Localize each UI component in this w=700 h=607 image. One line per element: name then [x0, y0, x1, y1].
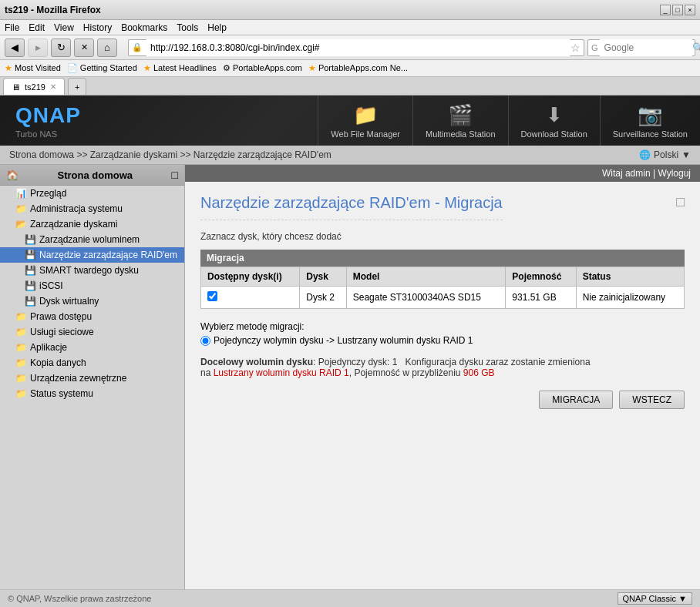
- sidebar-item-przeglad[interactable]: 📊 Przegląd: [0, 186, 184, 201]
- sidebar-item-raid[interactable]: 💾 Narzędzie zarządzające RAID'em: [0, 247, 184, 263]
- migration-radio-input[interactable]: [200, 336, 210, 346]
- migration-radio-label[interactable]: Pojedynczy wolуmin dysku -> Lustrzany wo…: [200, 335, 685, 346]
- portableapps-ne-icon: ★: [308, 63, 316, 72]
- col-dysk: Dysk: [300, 267, 347, 287]
- col-pojemnosc: Pojemność: [506, 267, 576, 287]
- menu-tools[interactable]: Tools: [177, 22, 198, 33]
- window-controls[interactable]: _ □ ×: [660, 5, 695, 15]
- lang-icon: 🌐: [639, 149, 651, 160]
- btn-row: MIGRACJA WSTECZ: [200, 391, 685, 409]
- row-disk: Dysk 2: [300, 287, 347, 309]
- sidebar-item-urzadzenia[interactable]: 📁 Urządzenia zewnętrzne: [0, 371, 184, 386]
- sidebar-item-prawa-dostepu[interactable]: 📁 Prawa dostępu: [0, 309, 184, 324]
- back-button[interactable]: WSTECZ: [619, 391, 685, 409]
- nav-multimedia-station[interactable]: 🎬 Multimedia Station: [412, 96, 508, 146]
- new-tab-button[interactable]: +: [68, 78, 86, 95]
- classic-button[interactable]: QNAP Classic ▼: [618, 592, 692, 605]
- menu-file[interactable]: File: [5, 22, 19, 33]
- download-icon: ⬇: [546, 103, 563, 127]
- bookmark-getting-started[interactable]: 📄 Getting Started: [67, 63, 137, 73]
- bookmark-latest-headlines[interactable]: ★ Latest Headlines: [143, 63, 217, 73]
- sidebar-collapse-icon[interactable]: □: [172, 169, 178, 181]
- search-input[interactable]: [600, 39, 692, 56]
- sidebar-item-kopia-danych[interactable]: 📁 Kopia danych: [0, 355, 184, 371]
- menu-bookmarks[interactable]: Bookmarks: [121, 22, 167, 33]
- surveillance-icon: 📷: [638, 103, 662, 127]
- refresh-button[interactable]: ↻: [51, 39, 71, 57]
- breadcrumb: Strona domowa >> Zarządzanie dyskami >> …: [9, 149, 331, 160]
- web-file-manager-icon: 📁: [353, 103, 378, 127]
- bookmark-portableapps[interactable]: ⚙ PortableApps.com: [223, 63, 302, 73]
- tab-favicon: 🖥: [12, 82, 20, 92]
- qnap-logo-wrap: QNAP Turbo NAS: [15, 103, 81, 139]
- administracja-icon: 📁: [15, 203, 27, 214]
- bookmarks-bar: ★ Most Visited 📄 Getting Started ★ Lates…: [0, 60, 700, 77]
- sidebar-item-status[interactable]: 📁 Status systemu: [0, 386, 184, 401]
- page-title: Narzędzie zarządzające RAID'em - Migracj…: [200, 194, 503, 220]
- copyright-text: © QNAP, Wszelkie prawa zastrzeżone: [8, 594, 151, 603]
- table-row: Dysk 2 Seagate ST31000340AS SD15 931.51 …: [201, 287, 685, 309]
- home-button[interactable]: ⌂: [97, 39, 117, 57]
- browser-title: ts219 - Mozilla Firefox: [5, 5, 101, 15]
- smart-icon: 💾: [25, 265, 36, 276]
- search-icon[interactable]: 🔍: [692, 42, 700, 53]
- bookmark-star-icon[interactable]: ☆: [570, 42, 581, 54]
- migration-options: Wybierz metodę migracji: Pojedynczy wolу…: [200, 321, 685, 346]
- back-button[interactable]: ◀: [5, 39, 25, 57]
- sidebar-item-zarzadzanie-woluminem[interactable]: 💾 Zarządzanie woluminem: [0, 232, 184, 247]
- urzadzenia-icon: 📁: [15, 373, 27, 384]
- iscsi-icon: 💾: [25, 280, 36, 291]
- breadcrumb-bar: Strona domowa >> Zarządzanie dyskami >> …: [0, 146, 700, 165]
- target-capacity: 906 GB: [463, 367, 495, 378]
- minimize-button[interactable]: _: [660, 5, 671, 15]
- lock-icon: 🔒: [132, 42, 143, 52]
- sidebar-item-uslugi-sieciowe[interactable]: 📁 Usługi sieciowe: [0, 324, 184, 340]
- sidebar: 🏠 Strona domowa □ 📊 Przegląd 📁 Administr…: [0, 165, 185, 589]
- disk-checkbox[interactable]: [207, 291, 217, 301]
- tab-close-icon[interactable]: ✕: [50, 82, 56, 91]
- footer-right: QNAP Classic ▼: [618, 592, 692, 605]
- migrate-button[interactable]: MIGRACJA: [539, 391, 613, 409]
- bookmark-most-visited[interactable]: ★ Most Visited: [5, 63, 61, 73]
- portableapps-icon: ⚙: [223, 63, 231, 72]
- menu-help[interactable]: Help: [207, 22, 227, 33]
- migration-option-label: Pojedynczy wolуmin dysku -> Lustrzany wo…: [214, 335, 473, 346]
- dysk-wirtualny-icon: 💾: [25, 296, 36, 307]
- search-bar-container: G 🔍: [587, 39, 695, 56]
- lang-arrow-icon: ▼: [681, 149, 691, 160]
- classic-dropdown-icon: ▼: [678, 594, 687, 603]
- sidebar-item-administracja[interactable]: 📁 Administracja systemu: [0, 201, 184, 216]
- qnap-logo: QNAP: [15, 103, 81, 128]
- sidebar-item-smart[interactable]: 💾 SMART twardego dysku: [0, 263, 184, 278]
- sidebar-item-dysk-wirtualny[interactable]: 💾 Dysk wirtualny: [0, 293, 184, 309]
- logout-link[interactable]: Wyloguj: [658, 168, 691, 179]
- stop-button[interactable]: ✕: [74, 39, 94, 57]
- sidebar-title: Strona domowa: [58, 169, 133, 181]
- uslugi-icon: 📁: [15, 327, 27, 337]
- nav-surveillance-station[interactable]: 📷 Surveillance Station: [600, 96, 700, 146]
- maximize-button[interactable]: □: [672, 5, 683, 15]
- migration-table: Dostępny dysk(i) Dysk Model Pojemność St…: [200, 267, 685, 309]
- menu-view[interactable]: View: [54, 22, 74, 33]
- dyski-folder-open-icon: 📂: [15, 219, 27, 230]
- bookmark-portableapps-ne[interactable]: ★ PortableApps.com Ne...: [308, 63, 408, 73]
- address-input[interactable]: [146, 39, 570, 56]
- tab-ts219[interactable]: 🖥 ts219 ✕: [3, 78, 65, 95]
- doc-icon: 📄: [67, 63, 78, 72]
- forward-button[interactable]: ▶: [28, 39, 48, 57]
- status-icon: 📁: [15, 388, 27, 399]
- close-panel-icon[interactable]: □: [676, 194, 685, 210]
- wolumen-icon: 💾: [25, 234, 36, 245]
- sidebar-item-iscsi[interactable]: 💾 iSCSI: [0, 278, 184, 293]
- lang-label: Polski: [654, 149, 678, 160]
- nav-download-station[interactable]: ⬇ Download Station: [508, 96, 600, 146]
- lang-selector[interactable]: 🌐 Polski ▼: [639, 149, 691, 160]
- menu-edit[interactable]: Edit: [29, 22, 45, 33]
- sidebar-item-aplikacje[interactable]: 📁 Aplikacje: [0, 340, 184, 355]
- menu-history[interactable]: History: [83, 22, 112, 33]
- sidebar-item-zarzadzanie-dyskami[interactable]: 📂 Zarządzanie dyskami: [0, 216, 184, 232]
- close-button[interactable]: ×: [685, 5, 695, 15]
- prawa-icon: 📁: [15, 311, 27, 322]
- app-footer: © QNAP, Wszelkie prawa zastrzeżone QNAP …: [0, 589, 700, 607]
- nav-web-file-manager[interactable]: 📁 Web File Manager: [318, 96, 412, 146]
